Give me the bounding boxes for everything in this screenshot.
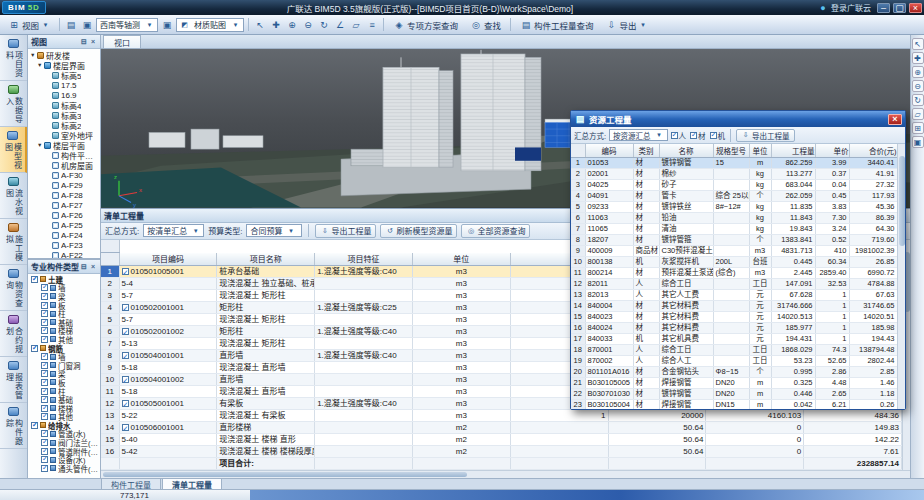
resource-row[interactable]: 16 840024 材 其它材料费 元 185.977 1 185.98	[571, 322, 897, 333]
tree-node[interactable]: 标高5	[28, 70, 100, 80]
type-checkbox[interactable]	[41, 465, 48, 472]
resource-row[interactable]: 21 B030105005 材 焊接钢管 DN20 m 0.325 4.48 1…	[571, 377, 897, 388]
minimize-button[interactable]	[877, 3, 890, 13]
type-node[interactable]: 其他	[28, 335, 100, 344]
type-checkbox[interactable]	[41, 396, 48, 403]
scrollbar-thumb[interactable]	[103, 472, 467, 477]
resource-summary-select[interactable]: 按资源汇总	[609, 129, 668, 141]
col-unit[interactable]: 单位	[749, 144, 771, 157]
pin-icon[interactable]	[80, 263, 88, 271]
dock-tab[interactable]: 构件工程量	[101, 478, 161, 489]
quantity-row[interactable]: 13 5-22 现浇混凝土 有梁板 m3 1 20000 4160.103 48…	[101, 410, 902, 422]
resource-row[interactable]: 9 400009 商品材 C30预拌混凝土 m3 4831.713 410 19…	[571, 245, 897, 256]
resource-row[interactable]: 14 840004 材 其它材料费 元 31746.666 1 31746.65	[571, 300, 897, 311]
select-tool-button[interactable]	[253, 18, 267, 32]
resource-row[interactable]: 23 B030105004 材 焊接钢管 DN15 m 0.042 6.21 0…	[571, 399, 897, 409]
type-checkbox[interactable]	[41, 430, 48, 437]
tree-node[interactable]: A-F29	[28, 180, 100, 190]
resource-window-close-button[interactable]	[888, 114, 902, 125]
resource-row[interactable]: 17 840033 机 其它机具费 元 194.431 1 194.43	[571, 333, 897, 344]
horizontal-scrollbar[interactable]	[101, 470, 910, 478]
nav-item[interactable]: 构件跟踪	[0, 403, 27, 449]
tree-node[interactable]: 机房屋面	[28, 160, 100, 170]
viewport-tab[interactable]: 视口	[103, 35, 141, 48]
resource-filter-checkbox[interactable]: 机	[710, 130, 726, 141]
type-checkbox[interactable]	[41, 327, 48, 334]
expand-arrow-icon[interactable]: ▼	[30, 52, 37, 58]
maximize-button[interactable]	[893, 3, 906, 13]
type-checkbox[interactable]	[41, 413, 48, 420]
type-checkbox[interactable]	[41, 336, 48, 343]
scrollbar-thumb[interactable]	[899, 156, 905, 246]
col-total[interactable]: 合价(元)	[849, 144, 897, 157]
viewport-tool-button[interactable]	[912, 94, 924, 106]
resource-filter-checkbox[interactable]: 材	[690, 130, 706, 141]
resource-row[interactable]: 4 04091 材 管卡 综合 25以内 个 262.059 0.45 117.…	[571, 190, 897, 201]
summary-mode-select[interactable]: 按清单汇总	[143, 224, 204, 237]
type-checkbox[interactable]	[41, 448, 48, 455]
close-icon[interactable]	[89, 263, 97, 271]
query-all-resource-button[interactable]: 全部资源查询	[461, 224, 530, 238]
expand-arrow-icon[interactable]: ▼	[37, 142, 44, 148]
viewport-tool-button[interactable]	[912, 122, 924, 134]
type-checkbox[interactable]	[31, 345, 38, 352]
model-cube-button[interactable]	[80, 18, 94, 32]
nav-item[interactable]: 合约规划	[0, 311, 27, 357]
row-checkbox[interactable]	[122, 400, 129, 407]
list-tool-button[interactable]	[365, 18, 379, 32]
tree-node[interactable]: A-F24	[28, 230, 100, 240]
tree-node[interactable]: 标高3	[28, 110, 100, 120]
resource-row[interactable]: 3 04025 材 砂子 kg 683.044 0.04 27.32	[571, 179, 897, 190]
type-checkbox[interactable]	[41, 439, 48, 446]
tree-node[interactable]: ▼ 楼层界面	[28, 60, 100, 70]
resource-row[interactable]: 1 01053 材 镀锌钢管 15 m 862.259 3.99 3440.41	[571, 157, 897, 168]
tree-node[interactable]: 17.5	[28, 80, 100, 90]
nav-item[interactable]: 报表管理	[0, 357, 27, 403]
type-checkbox[interactable]	[41, 362, 48, 369]
type-checkbox[interactable]	[41, 284, 48, 291]
layout-grid-button[interactable]	[64, 18, 78, 32]
special-plan-query-button[interactable]: 专项方案查询	[388, 17, 463, 33]
tree-node[interactable]: 标高4	[28, 100, 100, 110]
nav-item[interactable]: 项目资料	[0, 35, 27, 81]
type-checkbox[interactable]	[41, 370, 48, 377]
zoom-out-button[interactable]	[301, 18, 315, 32]
resource-window-titlebar[interactable]: 资源工程量	[571, 111, 905, 127]
col-quantity[interactable]: 工程量	[771, 144, 815, 157]
type-node[interactable]: 通头管件(水)	[28, 464, 100, 473]
close-icon[interactable]	[89, 38, 97, 46]
tree-node[interactable]: A-F28	[28, 190, 100, 200]
row-checkbox[interactable]	[122, 268, 129, 275]
type-checkbox[interactable]	[41, 379, 48, 386]
type-checkbox[interactable]	[41, 293, 48, 300]
resource-filter-checkbox[interactable]: 人	[671, 130, 687, 141]
find-button[interactable]: 查找	[465, 17, 506, 33]
vertical-scrollbar[interactable]	[897, 144, 905, 409]
nav-item[interactable]: 施工模拟	[0, 219, 27, 265]
col-spec[interactable]: 规格型号	[713, 144, 749, 157]
tree-node[interactable]: ▼ 研发楼	[28, 50, 100, 60]
row-checkbox[interactable]	[122, 352, 129, 359]
resource-row[interactable]: 8 18207 材 镀锌管箍 个 1383.841 0.52 719.60	[571, 234, 897, 245]
resource-row[interactable]: 15 840023 材 其它材料费 元 14020.513 1 14020.51	[571, 311, 897, 322]
component-quantity-query-button[interactable]: 构件工程量查询	[515, 17, 599, 33]
dock-tab[interactable]: 清单工程量	[162, 478, 222, 489]
row-checkbox[interactable]	[122, 328, 129, 335]
tree-node[interactable]: A-F22	[28, 250, 100, 258]
col-name[interactable]: 名称	[659, 144, 713, 157]
resource-row[interactable]: 6 11063 材 铅油 kg 11.843 7.30 86.39	[571, 212, 897, 223]
col-item-feature[interactable]: 项目特征	[315, 253, 413, 266]
nav-item[interactable]: 流水视图	[0, 173, 27, 219]
resource-row[interactable]: 19 870002 人 综合人工 工日 53.23 52.65 2802.44	[571, 355, 897, 366]
pin-icon[interactable]	[80, 38, 88, 46]
resource-row[interactable]: 10 800138 机 灰浆搅拌机 200L 台班 0.445 60.34 26…	[571, 256, 897, 267]
column-header-index[interactable]	[101, 240, 119, 253]
resource-row[interactable]: 2 02001 材 棉纱 kg 113.277 0.37 41.91	[571, 168, 897, 179]
type-checkbox[interactable]	[41, 456, 48, 463]
expand-arrow-icon[interactable]: ▼	[37, 62, 44, 68]
resource-row[interactable]: 7 11065 材 清油 kg 19.843 3.24 64.30	[571, 223, 897, 234]
tree-node[interactable]: A-F23	[28, 240, 100, 250]
viewport-tool-button[interactable]	[912, 136, 924, 148]
tree-node[interactable]: 16.9	[28, 90, 100, 100]
resource-row[interactable]: 5 09233 材 镀锌铁丝 8#~12# kg 11.835 3.83 45.…	[571, 201, 897, 212]
